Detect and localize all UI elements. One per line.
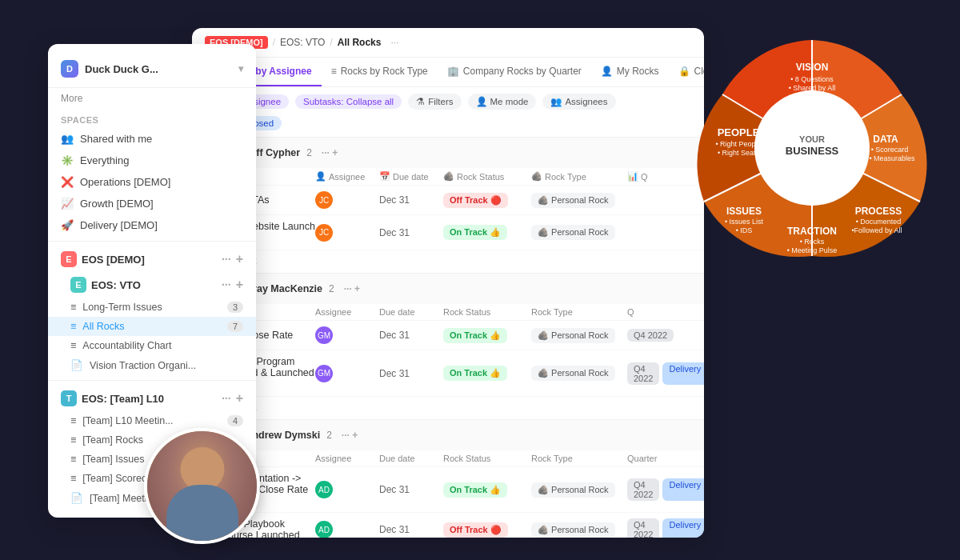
tab-label: Rocks by Rock Type [341, 66, 428, 77]
assignee-avatar-cell: JC [315, 191, 333, 209]
sidebar-sub-label: Accountability Chart [82, 340, 171, 351]
col-type: Rock Type [531, 307, 627, 317]
table-row[interactable]: 35% Close Rate GM Dec 31 On Track 👍 🪨 Pe… [192, 321, 704, 350]
table-row[interactable]: New Website Launch 🚀 JC Dec 31 On Track … [192, 215, 704, 250]
filter-me-mode[interactable]: 👤 Me mode [468, 94, 537, 110]
sidebar-sub-label: Long-Term Issues [82, 302, 162, 313]
assignee-row-gray[interactable]: ▼ GM Gray MacKenzie 2 ··· + [192, 274, 704, 304]
tab-my-rocks[interactable]: 👤 My Rocks [591, 58, 669, 86]
col-due: Due date [379, 454, 443, 463]
col-assignee: Assignee [315, 454, 379, 463]
filter-filters[interactable]: ⚗ Filters [408, 94, 461, 110]
ops-icon: ❌ [61, 176, 74, 188]
list-icon: ≡ [70, 415, 76, 426]
col-status: Rock Status [443, 454, 531, 463]
rock-type-badge: 🪨 Personal Rock [531, 482, 615, 498]
filter-assignees[interactable]: 👥 Assignees [542, 94, 615, 110]
sidebar-sub-l10[interactable]: ≡ [Team] L10 Meetin... 4 [48, 411, 256, 430]
andrew-count: 2 [326, 430, 332, 441]
sidebar-sub-label: Vision Traction Organi... [90, 360, 196, 371]
center-your: YOUR [799, 134, 825, 144]
col-q: Q [627, 307, 691, 317]
donut-chart: VISION • 8 Questions • Shared by All DAT… [688, 24, 936, 272]
sidebar-sub-label: All Rocks [82, 321, 124, 332]
quarter-badge: Q4 2022 [627, 478, 659, 501]
eos-sub-add[interactable]: + [236, 278, 243, 292]
table-row[interactable]: 110+ FTAs JC Dec 31 Off Track 🔴 🪨 Person… [192, 186, 704, 215]
col-assignee: 👤 Assignee [315, 171, 379, 182]
team-dots[interactable]: ··· [222, 392, 231, 405]
tabs: ≡ Rocks by Assignee ≡ Rocks by Rock Type… [192, 58, 704, 87]
eos-group-label: EOS [DEMO] [82, 254, 145, 266]
vision-label: VISION [796, 62, 829, 73]
sidebar-item-shared[interactable]: 👥 Shared with me [48, 128, 256, 150]
table-row[interactable]: Implementation -> Support Close Rate of … [192, 467, 704, 513]
sidebar-sub-long-term[interactable]: ≡ Long-Term Issues 3 [48, 298, 256, 317]
gray-name: Gray MacKenzie [245, 283, 322, 294]
team-group[interactable]: T EOS: [Team] L10 ··· + [48, 386, 256, 411]
vto-breadcrumb[interactable]: EOS: VTO [280, 37, 325, 48]
tab-rocks-type[interactable]: ≡ Rocks by Rock Type [322, 58, 438, 86]
people-sub2: • Right Seats [718, 149, 760, 157]
tab-company-rocks[interactable]: 🏢 Company Rocks by Quarter [438, 58, 591, 86]
more-label[interactable]: More [48, 88, 256, 109]
vision-sub1: • 8 Questions [790, 75, 834, 83]
eos-add[interactable]: + [236, 252, 243, 266]
donut-svg: VISION • 8 Questions • Shared by All DAT… [688, 24, 936, 272]
assignee-row-andrew[interactable]: ▼ AD Andrew Dymski 2 ··· + [192, 420, 704, 450]
group-jeff: ▼ JC Jeff Cypher 2 ··· + 🔒 Name 👤 Assign… [192, 138, 704, 274]
sidebar-item-label: Delivery [DEMO] [80, 219, 158, 231]
col-headers-gray: Name Assignee Due date Rock Status Rock … [192, 304, 704, 321]
duck-header[interactable]: D Duck Duck G... ▾ [48, 54, 256, 88]
filter-label: Filters [428, 97, 453, 106]
sidebar-sub-accountability[interactable]: ≡ Accountability Chart [48, 336, 256, 355]
data-sub1: • Scorecard [871, 146, 909, 154]
new-task-jeff[interactable]: +New Task [192, 250, 704, 273]
assignee-avatar-cell: GM [315, 326, 333, 344]
rock-type-badge: 🪨 Personal Rock [531, 366, 615, 381]
jeff-add[interactable]: ··· + [322, 147, 338, 158]
process-label: PROCESS [855, 206, 902, 217]
assignee-row-jeff[interactable]: ▼ JC Jeff Cypher 2 ··· + [192, 138, 704, 168]
eos-group[interactable]: E EOS [DEMO] ··· + [48, 246, 256, 272]
gray-more[interactable]: ··· + [344, 283, 360, 294]
rock-type-badge: 🪨 Personal Rock [531, 193, 615, 208]
sidebar-sub-all-rocks[interactable]: ≡ All Rocks 7 [48, 317, 256, 336]
people-sub1: • Right People [715, 140, 761, 148]
table-row[interactable]: Partner Program Outlined & Launched 🚀 GM… [192, 350, 704, 397]
filter-label: Assignees [565, 97, 607, 106]
sidebar-sub-vision[interactable]: 📄 Vision Traction Organi... [48, 355, 256, 375]
eos-sub-label: EOS: VTO [91, 279, 141, 291]
person-photo [144, 428, 260, 544]
col-headers-jeff: 🔒 Name 👤 Assignee 📅 Due date 🪨 Rock Stat… [192, 168, 704, 186]
due-date: Dec 31 [379, 227, 443, 238]
eos-vto-group[interactable]: E EOS: VTO ··· + [48, 272, 256, 298]
doc-icon: 📄 [70, 492, 83, 504]
sep2: / [330, 37, 332, 48]
list-icon: ≡ [70, 473, 76, 484]
person-silhouette [147, 431, 257, 541]
sidebar-item-operations[interactable]: ❌ Operations [DEMO] [48, 171, 256, 193]
assignee-avatar-cell: AD [315, 481, 333, 498]
rock-type-badge: 🪨 Personal Rock [531, 225, 615, 240]
breadcrumb-dots[interactable]: ··· [390, 37, 398, 48]
status-badge: On Track 👍 [443, 366, 507, 381]
eos-sub-dots[interactable]: ··· [222, 278, 231, 291]
rock-type-badge: 🪨 Personal Rock [531, 522, 615, 538]
sidebar-item-label: Everything [80, 154, 129, 166]
sidebar-item-growth[interactable]: 📈 Growth [DEMO] [48, 193, 256, 214]
l10-badge: 4 [227, 415, 243, 426]
eos-dots[interactable]: ··· [222, 253, 231, 266]
breadcrumb: EOS [DEMO] / EOS: VTO / All Rocks ··· [192, 28, 704, 58]
sidebar-item-delivery[interactable]: 🚀 Delivery [DEMO] [48, 214, 256, 236]
sidebar-item-everything[interactable]: ✳️ Everything [48, 150, 256, 171]
sidebar-item-label: Growth [DEMO] [80, 198, 154, 210]
andrew-more[interactable]: ··· + [342, 430, 358, 441]
team-add[interactable]: + [236, 391, 243, 406]
new-task-gray[interactable]: +New Task [192, 397, 704, 419]
filter-subtasks[interactable]: Subtasks: Collapse all [295, 94, 402, 109]
issues-sub2: • IDS [736, 226, 753, 234]
table-row[interactable]: New Playbook Course Launched AD Dec 31 O… [192, 513, 704, 538]
doc-icon: 📄 [70, 359, 83, 371]
table-content: ▼ JC Jeff Cypher 2 ··· + 🔒 Name 👤 Assign… [192, 138, 704, 538]
